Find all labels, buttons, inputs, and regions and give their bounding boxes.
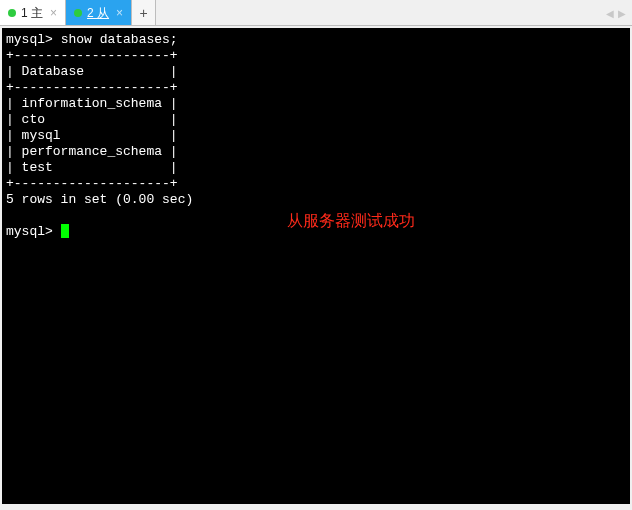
- table-border: +--------------------+: [6, 176, 178, 191]
- annotation-text: 从服务器测试成功: [287, 213, 415, 229]
- table-header: | Database |: [6, 64, 178, 79]
- status-dot-icon: [74, 9, 82, 17]
- arrow-left-icon[interactable]: ◀: [604, 8, 616, 19]
- new-tab-button[interactable]: +: [132, 0, 156, 25]
- table-border: +--------------------+: [6, 48, 178, 63]
- tab-label: 2 从: [87, 0, 109, 26]
- status-line: 5 rows in set (0.00 sec): [6, 192, 193, 207]
- table-row: | test |: [6, 160, 178, 175]
- arrow-right-icon[interactable]: ▶: [616, 8, 628, 19]
- close-icon[interactable]: ×: [48, 7, 59, 19]
- cursor-icon: [61, 224, 69, 238]
- tab-2-slave[interactable]: 2 从 ×: [66, 0, 132, 25]
- command-text: show databases;: [61, 32, 178, 47]
- table-row: | information_schema |: [6, 96, 178, 111]
- table-border: +--------------------+: [6, 80, 178, 95]
- table-row: | performance_schema |: [6, 144, 178, 159]
- tab-label: 1 主: [21, 0, 43, 26]
- status-dot-icon: [8, 9, 16, 17]
- tab-bar: 1 主 × 2 从 × + ◀ ▶: [0, 0, 632, 26]
- prompt: mysql>: [6, 32, 53, 47]
- prompt: mysql>: [6, 224, 53, 239]
- table-row: | cto |: [6, 112, 178, 127]
- tab-1-master[interactable]: 1 主 ×: [0, 0, 66, 25]
- close-icon[interactable]: ×: [114, 7, 125, 19]
- terminal-output[interactable]: mysql> show databases; +----------------…: [2, 28, 630, 504]
- terminal-container: mysql> show databases; +----------------…: [0, 26, 632, 506]
- tab-scroll-arrows: ◀ ▶: [604, 0, 628, 26]
- table-row: | mysql |: [6, 128, 178, 143]
- plus-icon: +: [139, 5, 147, 21]
